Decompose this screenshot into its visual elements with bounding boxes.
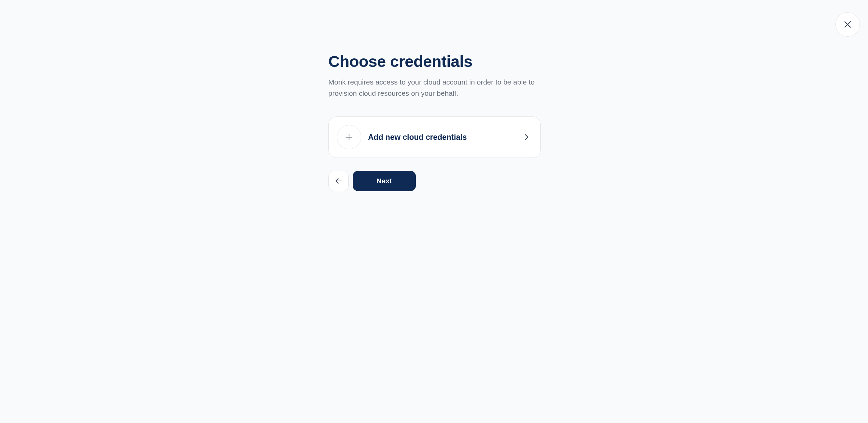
arrow-left-icon xyxy=(334,177,343,185)
add-credentials-label: Add new cloud credentials xyxy=(368,133,522,142)
next-button[interactable]: Next xyxy=(353,171,416,191)
plus-icon-circle xyxy=(337,125,361,149)
back-button[interactable] xyxy=(328,171,349,191)
chevron-right-icon xyxy=(522,133,531,142)
credentials-step: Choose credentials Monk requires access … xyxy=(328,0,545,191)
page-subtitle: Monk requires access to your cloud accou… xyxy=(328,77,539,99)
close-icon xyxy=(843,20,852,29)
page-title: Choose credentials xyxy=(328,52,545,71)
add-credentials-card[interactable]: Add new cloud credentials xyxy=(328,116,541,158)
close-button[interactable] xyxy=(835,12,860,37)
plus-icon xyxy=(345,133,353,142)
wizard-footer: Next xyxy=(328,171,545,191)
